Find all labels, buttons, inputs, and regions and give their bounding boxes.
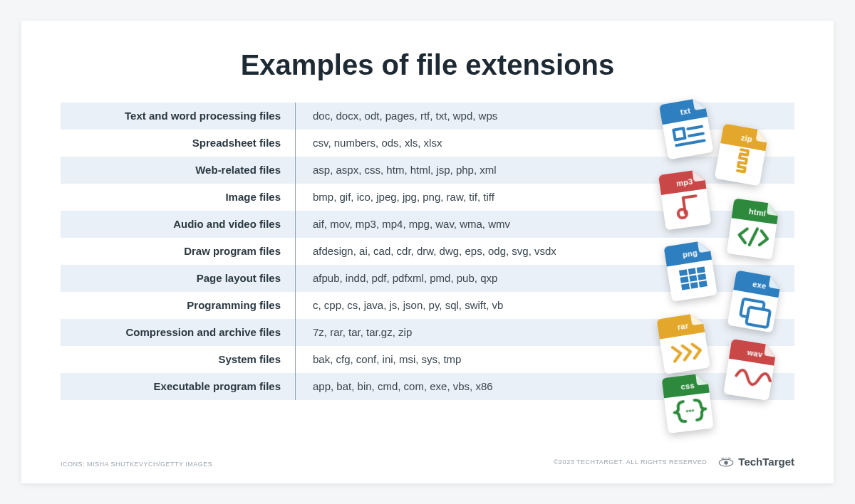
- extensions-list: aif, mov, mp3, mp4, mpg, wav, wma, wmv: [296, 211, 794, 238]
- svg-point-12: [686, 410, 689, 413]
- table-row: Executable program filesapp, bat, bin, c…: [61, 373, 794, 400]
- table-row: Programming filesc, cpp, cs, java, js, j…: [61, 292, 794, 319]
- category-label: Executable program files: [61, 373, 296, 400]
- table-row: Audio and video filesaif, mov, mp3, mp4,…: [61, 211, 794, 238]
- extensions-list: bak, cfg, conf, ini, msi, sys, tmp: [296, 346, 794, 373]
- extensions-list: bmp, gif, ico, jpeg, jpg, png, raw, tif,…: [296, 184, 794, 211]
- page-title: Examples of file extensions: [61, 49, 794, 81]
- extensions-list: csv, numbers, ods, xls, xlsx: [296, 130, 794, 157]
- table-row: Compression and archive files7z, rar, ta…: [61, 319, 794, 346]
- brand-block: ©2023 TECHTARGET. ALL RIGHTS RESERVED Te…: [554, 456, 794, 468]
- table-row: Draw program filesafdesign, ai, cad, cdr…: [61, 238, 794, 265]
- table-row: Spreadsheet filescsv, numbers, ods, xls,…: [61, 130, 794, 157]
- category-label: Spreadsheet files: [61, 130, 296, 157]
- table-row: Image filesbmp, gif, ico, jpeg, jpg, png…: [61, 184, 794, 211]
- category-label: Page layout files: [61, 265, 296, 292]
- category-label: Audio and video files: [61, 211, 296, 238]
- category-label: Web-related files: [61, 157, 296, 184]
- svg-point-14: [692, 409, 695, 412]
- table-row: System filesbak, cfg, conf, ini, msi, sy…: [61, 346, 794, 373]
- extensions-list: afdesign, ai, cad, cdr, drw, dwg, eps, o…: [296, 238, 794, 265]
- extensions-list: 7z, rar, tar, tar.gz, zip: [296, 319, 794, 346]
- table-row: Text and word processing filesdoc, docx,…: [61, 103, 794, 130]
- icon-credit: ICONS: MISHA SHUTKEVYCH/GETTY IMAGES: [61, 461, 212, 468]
- category-label: Draw program files: [61, 238, 296, 265]
- category-label: Text and word processing files: [61, 103, 296, 130]
- svg-point-13: [689, 409, 692, 412]
- table-row: Page layout filesafpub, indd, pdf, pdfxm…: [61, 265, 794, 292]
- category-label: System files: [61, 346, 296, 373]
- extensions-list: app, bat, bin, cmd, com, exe, vbs, x86: [296, 373, 794, 400]
- category-label: Compression and archive files: [61, 319, 296, 346]
- extensions-list: c, cpp, cs, java, js, json, py, sql, swi…: [296, 292, 794, 319]
- extensions-list: doc, docx, odt, pages, rtf, txt, wpd, wp…: [296, 103, 794, 130]
- extensions-list: afpub, indd, pdf, pdfxml, pmd, pub, qxp: [296, 265, 794, 292]
- table-row: Web-related filesasp, aspx, css, htm, ht…: [61, 157, 794, 184]
- extensions-list: asp, aspx, css, htm, html, jsp, php, xml: [296, 157, 794, 184]
- category-label: Programming files: [61, 292, 296, 319]
- svg-point-16: [725, 461, 729, 465]
- category-label: Image files: [61, 184, 296, 211]
- techtarget-eye-icon: [718, 457, 734, 467]
- extensions-table: Text and word processing filesdoc, docx,…: [61, 103, 794, 400]
